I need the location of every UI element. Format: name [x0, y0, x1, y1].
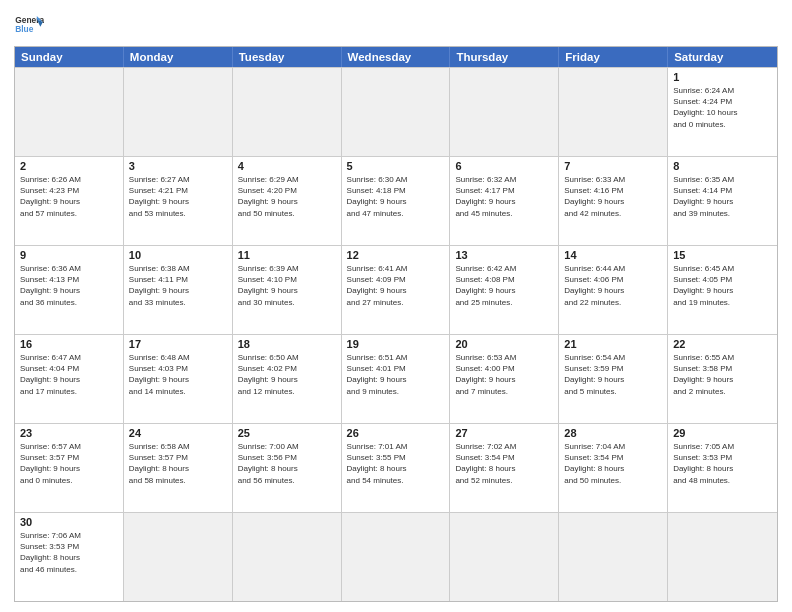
header-day-tuesday: Tuesday [233, 47, 342, 67]
day-info: Sunrise: 6:58 AM Sunset: 3:57 PM Dayligh… [129, 441, 227, 486]
header-day-monday: Monday [124, 47, 233, 67]
header-day-friday: Friday [559, 47, 668, 67]
calendar-row-2: 9Sunrise: 6:36 AM Sunset: 4:13 PM Daylig… [15, 245, 777, 334]
day-number: 1 [673, 71, 772, 83]
day-info: Sunrise: 7:05 AM Sunset: 3:53 PM Dayligh… [673, 441, 772, 486]
calendar-cell-3-5: 21Sunrise: 6:54 AM Sunset: 3:59 PM Dayli… [559, 335, 668, 423]
calendar-cell-2-2: 11Sunrise: 6:39 AM Sunset: 4:10 PM Dayli… [233, 246, 342, 334]
day-info: Sunrise: 6:36 AM Sunset: 4:13 PM Dayligh… [20, 263, 118, 308]
calendar-cell-2-3: 12Sunrise: 6:41 AM Sunset: 4:09 PM Dayli… [342, 246, 451, 334]
header-day-sunday: Sunday [15, 47, 124, 67]
calendar-row-4: 23Sunrise: 6:57 AM Sunset: 3:57 PM Dayli… [15, 423, 777, 512]
calendar-cell-1-3: 5Sunrise: 6:30 AM Sunset: 4:18 PM Daylig… [342, 157, 451, 245]
header: General Blue [14, 10, 778, 40]
calendar-cell-2-6: 15Sunrise: 6:45 AM Sunset: 4:05 PM Dayli… [668, 246, 777, 334]
calendar-cell-1-6: 8Sunrise: 6:35 AM Sunset: 4:14 PM Daylig… [668, 157, 777, 245]
day-info: Sunrise: 6:57 AM Sunset: 3:57 PM Dayligh… [20, 441, 118, 486]
day-info: Sunrise: 7:01 AM Sunset: 3:55 PM Dayligh… [347, 441, 445, 486]
calendar-cell-5-4 [450, 513, 559, 601]
day-info: Sunrise: 6:41 AM Sunset: 4:09 PM Dayligh… [347, 263, 445, 308]
day-info: Sunrise: 6:55 AM Sunset: 3:58 PM Dayligh… [673, 352, 772, 397]
day-info: Sunrise: 6:26 AM Sunset: 4:23 PM Dayligh… [20, 174, 118, 219]
day-number: 22 [673, 338, 772, 350]
calendar: SundayMondayTuesdayWednesdayThursdayFrid… [14, 46, 778, 602]
calendar-cell-0-3 [342, 68, 451, 156]
day-number: 10 [129, 249, 227, 261]
day-info: Sunrise: 6:32 AM Sunset: 4:17 PM Dayligh… [455, 174, 553, 219]
header-day-wednesday: Wednesday [342, 47, 451, 67]
calendar-cell-3-0: 16Sunrise: 6:47 AM Sunset: 4:04 PM Dayli… [15, 335, 124, 423]
calendar-cell-2-1: 10Sunrise: 6:38 AM Sunset: 4:11 PM Dayli… [124, 246, 233, 334]
day-number: 2 [20, 160, 118, 172]
day-info: Sunrise: 6:45 AM Sunset: 4:05 PM Dayligh… [673, 263, 772, 308]
day-number: 19 [347, 338, 445, 350]
calendar-cell-1-4: 6Sunrise: 6:32 AM Sunset: 4:17 PM Daylig… [450, 157, 559, 245]
calendar-cell-0-5 [559, 68, 668, 156]
day-number: 17 [129, 338, 227, 350]
calendar-cell-5-3 [342, 513, 451, 601]
calendar-cell-3-6: 22Sunrise: 6:55 AM Sunset: 3:58 PM Dayli… [668, 335, 777, 423]
calendar-cell-4-5: 28Sunrise: 7:04 AM Sunset: 3:54 PM Dayli… [559, 424, 668, 512]
day-number: 6 [455, 160, 553, 172]
calendar-cell-1-1: 3Sunrise: 6:27 AM Sunset: 4:21 PM Daylig… [124, 157, 233, 245]
day-number: 23 [20, 427, 118, 439]
calendar-cell-1-0: 2Sunrise: 6:26 AM Sunset: 4:23 PM Daylig… [15, 157, 124, 245]
day-info: Sunrise: 6:38 AM Sunset: 4:11 PM Dayligh… [129, 263, 227, 308]
day-info: Sunrise: 6:47 AM Sunset: 4:04 PM Dayligh… [20, 352, 118, 397]
day-number: 28 [564, 427, 662, 439]
calendar-cell-4-3: 26Sunrise: 7:01 AM Sunset: 3:55 PM Dayli… [342, 424, 451, 512]
day-number: 26 [347, 427, 445, 439]
calendar-cell-5-1 [124, 513, 233, 601]
calendar-cell-0-2 [233, 68, 342, 156]
day-number: 25 [238, 427, 336, 439]
day-info: Sunrise: 6:35 AM Sunset: 4:14 PM Dayligh… [673, 174, 772, 219]
calendar-cell-2-5: 14Sunrise: 6:44 AM Sunset: 4:06 PM Dayli… [559, 246, 668, 334]
calendar-cell-3-2: 18Sunrise: 6:50 AM Sunset: 4:02 PM Dayli… [233, 335, 342, 423]
day-number: 29 [673, 427, 772, 439]
day-info: Sunrise: 6:54 AM Sunset: 3:59 PM Dayligh… [564, 352, 662, 397]
calendar-cell-4-2: 25Sunrise: 7:00 AM Sunset: 3:56 PM Dayli… [233, 424, 342, 512]
day-number: 13 [455, 249, 553, 261]
calendar-row-3: 16Sunrise: 6:47 AM Sunset: 4:04 PM Dayli… [15, 334, 777, 423]
logo: General Blue [14, 10, 44, 40]
calendar-cell-4-0: 23Sunrise: 6:57 AM Sunset: 3:57 PM Dayli… [15, 424, 124, 512]
calendar-cell-2-0: 9Sunrise: 6:36 AM Sunset: 4:13 PM Daylig… [15, 246, 124, 334]
day-info: Sunrise: 6:50 AM Sunset: 4:02 PM Dayligh… [238, 352, 336, 397]
day-number: 18 [238, 338, 336, 350]
header-day-thursday: Thursday [450, 47, 559, 67]
logo-icon: General Blue [14, 10, 44, 40]
day-info: Sunrise: 6:39 AM Sunset: 4:10 PM Dayligh… [238, 263, 336, 308]
calendar-cell-0-0 [15, 68, 124, 156]
day-info: Sunrise: 6:42 AM Sunset: 4:08 PM Dayligh… [455, 263, 553, 308]
day-number: 4 [238, 160, 336, 172]
day-number: 16 [20, 338, 118, 350]
svg-text:Blue: Blue [15, 24, 34, 34]
page: General Blue SundayMondayTuesdayWednesda… [0, 0, 792, 612]
day-info: Sunrise: 6:53 AM Sunset: 4:00 PM Dayligh… [455, 352, 553, 397]
calendar-cell-5-0: 30Sunrise: 7:06 AM Sunset: 3:53 PM Dayli… [15, 513, 124, 601]
day-number: 24 [129, 427, 227, 439]
calendar-cell-5-2 [233, 513, 342, 601]
calendar-cell-2-4: 13Sunrise: 6:42 AM Sunset: 4:08 PM Dayli… [450, 246, 559, 334]
day-info: Sunrise: 7:00 AM Sunset: 3:56 PM Dayligh… [238, 441, 336, 486]
day-info: Sunrise: 6:29 AM Sunset: 4:20 PM Dayligh… [238, 174, 336, 219]
day-number: 12 [347, 249, 445, 261]
calendar-cell-5-6 [668, 513, 777, 601]
day-info: Sunrise: 7:04 AM Sunset: 3:54 PM Dayligh… [564, 441, 662, 486]
calendar-cell-1-5: 7Sunrise: 6:33 AM Sunset: 4:16 PM Daylig… [559, 157, 668, 245]
day-number: 8 [673, 160, 772, 172]
day-info: Sunrise: 6:33 AM Sunset: 4:16 PM Dayligh… [564, 174, 662, 219]
header-day-saturday: Saturday [668, 47, 777, 67]
calendar-header: SundayMondayTuesdayWednesdayThursdayFrid… [15, 47, 777, 67]
day-info: Sunrise: 7:02 AM Sunset: 3:54 PM Dayligh… [455, 441, 553, 486]
day-number: 9 [20, 249, 118, 261]
day-number: 7 [564, 160, 662, 172]
calendar-cell-5-5 [559, 513, 668, 601]
day-number: 5 [347, 160, 445, 172]
calendar-cell-4-6: 29Sunrise: 7:05 AM Sunset: 3:53 PM Dayli… [668, 424, 777, 512]
day-number: 30 [20, 516, 118, 528]
day-info: Sunrise: 7:06 AM Sunset: 3:53 PM Dayligh… [20, 530, 118, 575]
day-info: Sunrise: 6:51 AM Sunset: 4:01 PM Dayligh… [347, 352, 445, 397]
calendar-cell-3-4: 20Sunrise: 6:53 AM Sunset: 4:00 PM Dayli… [450, 335, 559, 423]
calendar-cell-3-1: 17Sunrise: 6:48 AM Sunset: 4:03 PM Dayli… [124, 335, 233, 423]
